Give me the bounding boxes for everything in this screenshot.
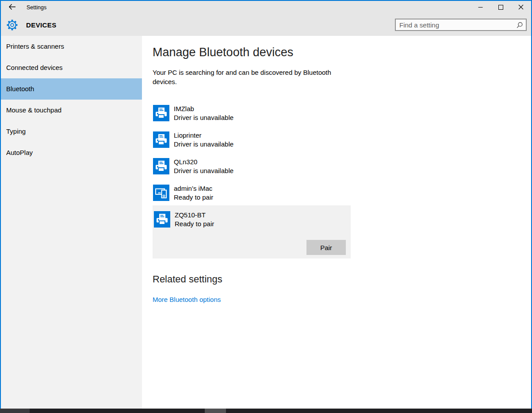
device-row-imzlab[interactable]: IMZlab Driver is unavailable <box>153 105 343 123</box>
sidebar: Printers & scanners Connected devices Bl… <box>1 36 142 409</box>
close-icon <box>518 4 524 12</box>
titlebar[interactable]: Settings <box>1 1 531 14</box>
device-row-qln320[interactable]: QLn320 Driver is unavailable <box>153 158 343 176</box>
taskbar[interactable] <box>0 409 532 413</box>
main-content: Manage Bluetooth devices Your PC is sear… <box>142 36 531 409</box>
device-row-admins-imac[interactable]: admin’s iMac Ready to pair <box>153 185 343 202</box>
page-description-line2: devices. <box>153 77 331 86</box>
page-header: DEVICES <box>1 14 531 36</box>
device-name: admin’s iMac <box>174 184 212 193</box>
sidebar-item-typing[interactable]: Typing <box>1 121 142 142</box>
device-name: Lioprinter <box>174 131 202 140</box>
device-name: IMZlab <box>174 104 194 113</box>
desktop: Settings <box>0 0 532 413</box>
sidebar-item-mouse-touchpad[interactable]: Mouse & touchpad <box>1 100 142 121</box>
gear-icon <box>6 19 19 33</box>
sidebar-item-printers-scanners[interactable]: Printers & scanners <box>1 36 142 57</box>
more-bluetooth-options-link[interactable]: More Bluetooth options <box>153 296 221 303</box>
search-input[interactable] <box>396 19 526 30</box>
printer-icon <box>153 131 169 148</box>
device-status: Driver is unavailable <box>174 166 233 175</box>
sidebar-item-connected-devices[interactable]: Connected devices <box>1 57 142 78</box>
page-description-line1: Your PC is searching for and can be disc… <box>153 68 331 77</box>
device-row-zq510-bt[interactable]: ZQ510-BT Ready to pair <box>153 211 344 229</box>
close-button[interactable] <box>511 1 531 14</box>
sidebar-item-autoplay[interactable]: AutoPlay <box>1 142 142 163</box>
device-name: QLn320 <box>174 158 197 166</box>
pair-button[interactable]: Pair <box>306 240 346 255</box>
device-row-lioprinter[interactable]: Lioprinter Driver is unavailable <box>153 131 343 149</box>
search-box <box>395 19 527 31</box>
page-description: Your PC is searching for and can be disc… <box>153 68 331 86</box>
computer-phone-icon <box>153 185 169 201</box>
device-name: ZQ510-BT <box>175 211 206 220</box>
taskbar-start-segment[interactable] <box>0 409 30 413</box>
minimize-button[interactable] <box>470 1 490 14</box>
back-arrow-icon <box>8 4 16 12</box>
back-button[interactable] <box>4 1 19 14</box>
device-status: Driver is unavailable <box>174 140 233 149</box>
device-status: Ready to pair <box>175 220 214 228</box>
printer-icon <box>153 158 169 174</box>
taskbar-active-app-segment[interactable] <box>205 409 226 413</box>
printer-icon <box>153 105 169 121</box>
device-status: Ready to pair <box>174 193 213 202</box>
minimize-icon <box>478 4 483 12</box>
page-title: DEVICES <box>26 14 57 36</box>
printer-icon <box>154 211 170 228</box>
page-heading: Manage Bluetooth devices <box>153 46 293 59</box>
sidebar-item-bluetooth[interactable]: Bluetooth <box>1 78 142 100</box>
selected-device-panel: ZQ510-BT Ready to pair Pair <box>153 205 351 259</box>
window-title: Settings <box>27 1 46 14</box>
device-status: Driver is unavailable <box>174 113 233 122</box>
caption-buttons <box>470 1 531 14</box>
related-settings-heading: Related settings <box>153 274 222 285</box>
search-icon[interactable] <box>516 22 523 31</box>
maximize-button[interactable] <box>490 1 511 14</box>
maximize-icon <box>498 4 503 12</box>
settings-window: Settings <box>0 0 532 409</box>
